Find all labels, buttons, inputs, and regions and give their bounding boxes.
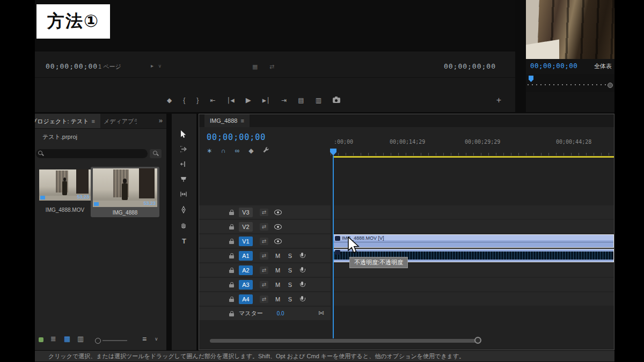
page-next-icon[interactable]: ▸ [151,63,153,69]
clip-thumbnail[interactable]: 53,23 [93,168,157,207]
eye-icon[interactable] [274,224,282,230]
mute-button[interactable]: M [274,267,281,274]
mark-out-icon[interactable]: } [196,97,199,104]
zoom-level-select[interactable]: 全体表 [594,62,612,70]
timeline-scrollbar[interactable] [210,339,478,343]
mic-icon[interactable] [299,267,305,274]
snap-icon[interactable]: ∩ [221,147,226,154]
track-lane-a3[interactable] [333,278,614,291]
tab-project[interactable]: プロジェクト: テスト≡ [35,114,100,128]
mic-icon[interactable] [299,295,305,302]
hand-tool[interactable] [180,221,188,230]
freeform-view-icon[interactable]: ▥ [77,335,84,343]
track-target-a1[interactable]: A1 [239,251,253,261]
track-target-v1[interactable]: V1 [239,237,253,246]
type-tool[interactable]: T [180,236,188,245]
track-lane-v3[interactable] [333,205,614,219]
sync-lock-icon[interactable]: ⇄ [260,223,268,231]
panel-menu-icon[interactable]: ≡ [91,118,94,124]
slip-tool[interactable] [180,190,188,199]
writable-icon[interactable] [39,337,43,342]
track-target-v2[interactable]: V2 [239,222,253,232]
tab-sequence[interactable]: IMG_4888≡ [204,114,250,127]
track-lane-v2[interactable] [333,220,614,233]
step-forward-icon[interactable]: ▶| [262,97,270,104]
overwrite-icon[interactable]: ▥ [316,97,321,104]
lock-icon[interactable] [229,255,234,258]
solo-button[interactable]: S [287,296,294,302]
zoom-slider-track[interactable] [103,340,127,341]
project-item-selected[interactable]: 53,23 IMG_4888 [91,167,159,217]
goto-in-icon[interactable]: ⇤ [210,97,215,104]
track-target-a2[interactable]: A2 [239,265,253,275]
mark-in-icon[interactable]: { [183,97,185,104]
mic-icon[interactable] [299,281,305,288]
add-button[interactable]: + [496,95,501,105]
list-view-icon[interactable]: ≣ [50,335,56,343]
lock-icon[interactable] [229,226,234,230]
sort-menu-icon[interactable]: ≡ [142,335,147,343]
find-button[interactable] [150,149,162,158]
mic-icon[interactable] [299,252,305,259]
lock-icon[interactable] [229,284,234,287]
display-settings-icon[interactable]: ▦ [252,63,258,70]
solo-button[interactable]: S [287,282,294,288]
lock-icon[interactable] [229,313,234,316]
mute-button[interactable]: M [274,253,281,259]
track-lane-v1[interactable]: IMG_4888.MOV [V] [333,234,614,248]
sync-lock-icon[interactable]: ⇄ [260,238,268,245]
lock-icon[interactable] [229,299,234,302]
play-icon[interactable]: ▶ [246,97,251,104]
eye-icon[interactable] [274,239,282,244]
export-frame-icon[interactable] [333,98,340,103]
goto-out-icon[interactable]: ⇥ [281,97,287,104]
linked-selection-icon[interactable]: ∞ [235,147,240,154]
scrubber-knob[interactable] [608,83,613,88]
timeline-timecode[interactable]: 00;00;00;00 [207,132,266,142]
clip-thumbnail[interactable]: 53,23 [39,169,91,201]
panel-menu-icon[interactable]: ≡ [240,117,244,124]
tab-media-browser[interactable]: メディアブラ [104,117,137,125]
add-marker-icon[interactable]: ◆ [167,97,172,104]
track-target-v3[interactable]: V3 [239,208,253,217]
video-clip[interactable]: IMG_4888.MOV [V] [333,234,614,248]
playhead-icon[interactable] [529,76,533,82]
search-box[interactable] [36,149,148,158]
insert-icon[interactable]: ▤ [298,97,304,104]
track-target-a3[interactable]: A3 [239,280,253,290]
clip-name[interactable]: IMG_4888.MOV [39,207,91,213]
program-timecode[interactable]: 00;00;00;00 [530,62,577,70]
sync-lock-icon[interactable]: ⇄ [260,295,268,303]
mute-button[interactable]: M [274,296,281,302]
track-target-a4[interactable]: A4 [239,294,253,304]
sync-lock-icon[interactable]: ⇄ [260,281,268,289]
nest-toggle-icon[interactable]: ∗ [207,147,212,154]
clip-name[interactable]: IMG_4888 [91,210,159,216]
add-marker-icon[interactable]: ◆ [248,147,253,154]
zoom-slider-knob[interactable] [95,338,101,344]
lock-icon[interactable] [229,212,234,215]
source-timecode[interactable]: 00;00;00;00 [46,62,98,70]
master-gain-value[interactable]: 0.0 [277,311,284,316]
keyframe-toggle-icon[interactable]: ⋈ [318,309,324,316]
program-scrubber[interactable] [526,74,614,92]
chevron-down-icon[interactable]: ∨ [155,336,158,342]
pen-tool[interactable] [180,206,188,215]
compare-view-icon[interactable]: ⇄ [269,63,274,70]
search-input[interactable] [46,149,147,159]
razor-tool[interactable] [180,175,188,184]
mute-button[interactable]: M [274,282,281,288]
track-lane-a4[interactable] [333,292,614,306]
icon-view-icon[interactable]: ▦ [64,335,70,343]
selection-tool[interactable] [180,130,188,139]
ripple-edit-tool[interactable] [180,160,188,169]
lock-icon[interactable] [229,241,234,244]
track-select-tool[interactable] [180,145,188,154]
timeline-ruler[interactable]: :00;00 00;00;14;29 00;00;29;29 00;00;44;… [331,127,614,156]
project-item[interactable]: 53,23 IMG_4888.MOV [39,169,91,213]
solo-button[interactable]: S [287,267,294,274]
sync-lock-icon[interactable]: ⇄ [260,252,268,260]
sync-lock-icon[interactable]: ⇄ [260,209,268,216]
step-back-icon[interactable]: |◀ [226,97,234,104]
lock-icon[interactable] [229,270,234,273]
